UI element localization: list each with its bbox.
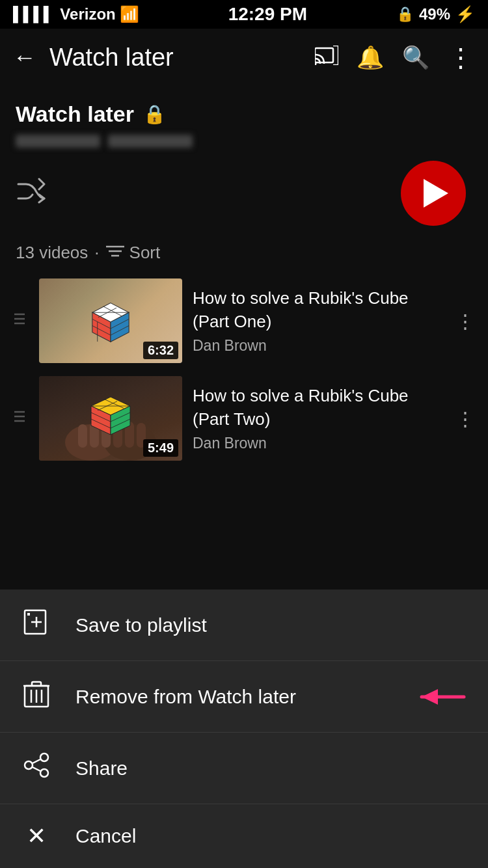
video-info-2: How to solve a Rubik's Cube (Part Two) D…	[193, 385, 442, 452]
search-icon[interactable]: 🔍	[402, 44, 429, 70]
video-channel-1: Dan Brown	[193, 337, 442, 355]
remove-icon	[21, 679, 52, 714]
page-header: ← Watch later 🔔 🔍 ⋮	[0, 29, 488, 86]
video-channel-2: Dan Brown	[193, 435, 442, 452]
play-triangle-icon	[424, 179, 448, 208]
drag-handle-2[interactable]	[10, 407, 29, 430]
save-playlist-label: Save to playlist	[75, 614, 207, 636]
notifications-icon[interactable]: 🔔	[357, 44, 384, 70]
cancel-icon: ✕	[21, 822, 52, 850]
svg-line-53	[33, 759, 40, 763]
sort-button[interactable]: Sort	[129, 243, 161, 263]
remove-from-watch-later-item[interactable]: Remove from Watch later	[0, 661, 488, 733]
sort-icon	[106, 244, 124, 262]
header-icons: 🔔 🔍 ⋮	[315, 42, 475, 72]
video-list: 6:32 How to solve a Rubik's Cube (Part O…	[0, 272, 488, 467]
playlist-meta	[16, 135, 472, 148]
svg-rect-43	[27, 613, 30, 616]
video-title-1: How to solve a Rubik's Cube (Part One)	[193, 287, 442, 332]
duration-1: 6:32	[143, 342, 178, 359]
duration-2: 5:49	[143, 439, 178, 457]
battery-percent: 49%	[419, 5, 450, 23]
thumbnail-2[interactable]: 5:49	[39, 376, 182, 461]
svg-point-52	[40, 769, 48, 777]
wifi-icon: 📶	[120, 5, 139, 23]
svg-marker-49	[422, 689, 438, 705]
drag-handle-1[interactable]	[10, 310, 29, 332]
separator: ·	[94, 243, 99, 263]
video-count: 13 videos	[16, 243, 88, 263]
controls-row	[0, 161, 488, 236]
remove-watch-later-label: Remove from Watch later	[75, 686, 296, 708]
battery-icon: ⚡	[455, 5, 475, 23]
share-icon	[21, 751, 52, 785]
video-info-1: How to solve a Rubik's Cube (Part One) D…	[193, 287, 442, 354]
playlist-title: Watch later	[16, 102, 134, 127]
play-all-button[interactable]	[401, 161, 466, 226]
svg-rect-24	[78, 424, 87, 448]
arrow-indicator	[402, 683, 467, 711]
share-item[interactable]: Share	[0, 733, 488, 804]
svg-line-54	[33, 767, 40, 771]
status-time: 12:29 PM	[228, 4, 307, 25]
video-item-1: 6:32 How to solve a Rubik's Cube (Part O…	[0, 272, 488, 370]
svg-point-51	[25, 761, 33, 769]
cast-icon[interactable]	[315, 44, 338, 71]
thumbnail-1[interactable]: 6:32	[39, 278, 182, 363]
status-right: 🔒 49% ⚡	[396, 5, 475, 23]
cancel-label: Cancel	[75, 825, 136, 847]
playlist-header: Watch later 🔒	[0, 86, 488, 148]
save-to-playlist-item[interactable]: Save to playlist	[0, 590, 488, 661]
video-item-2: 5:49 How to solve a Rubik's Cube (Part T…	[0, 370, 488, 467]
more-options-icon[interactable]: ⋮	[448, 42, 475, 72]
bottom-sheet: Save to playlist Remove from Watch later	[0, 590, 488, 868]
share-label: Share	[75, 757, 128, 780]
status-left: ▌▌▌▌ Verizon 📶	[13, 5, 139, 23]
playlist-lock-icon: 🔒	[143, 103, 166, 125]
videos-sort-row: 13 videos · Sort	[0, 236, 488, 272]
shuffle-button[interactable]	[16, 178, 48, 210]
cancel-item[interactable]: ✕ Cancel	[0, 804, 488, 868]
meta-blurred-1	[16, 135, 100, 148]
back-button[interactable]: ←	[13, 44, 36, 71]
video-title-2: How to solve a Rubik's Cube (Part Two)	[193, 385, 442, 430]
playlist-title-row: Watch later 🔒	[16, 102, 472, 127]
meta-blurred-2	[108, 135, 193, 148]
signal-icon: ▌▌▌▌	[13, 6, 53, 23]
carrier-label: Verizon	[60, 5, 115, 23]
svg-point-50	[40, 753, 48, 761]
page-title: Watch later	[49, 44, 302, 72]
video-more-1[interactable]: ⋮	[453, 310, 478, 332]
lock-status-icon: 🔒	[396, 6, 414, 23]
save-playlist-icon	[21, 608, 52, 642]
video-more-2[interactable]: ⋮	[453, 407, 478, 430]
status-bar: ▌▌▌▌ Verizon 📶 12:29 PM 🔒 49% ⚡	[0, 0, 488, 29]
